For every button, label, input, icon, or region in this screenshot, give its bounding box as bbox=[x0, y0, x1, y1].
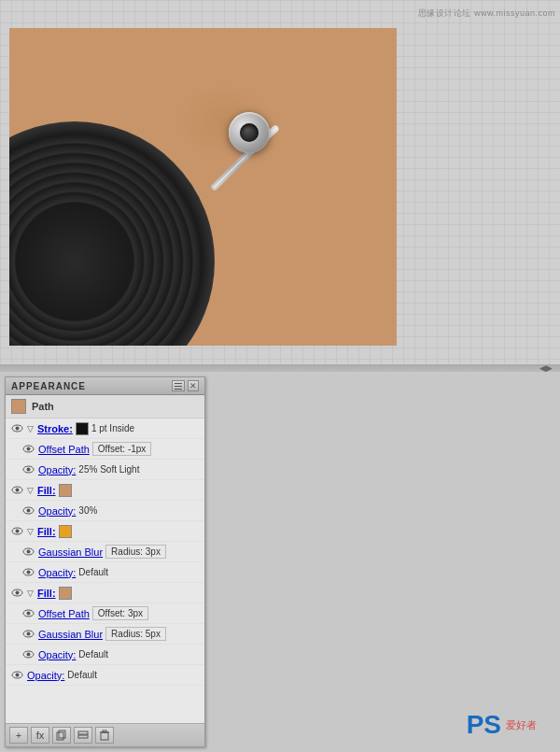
svg-rect-28 bbox=[78, 731, 88, 734]
opacity-4-value: Default bbox=[78, 649, 108, 660]
eye-icon-offset2[interactable] bbox=[21, 607, 35, 620]
path-color-swatch[interactable] bbox=[11, 399, 26, 414]
opacity-2-label[interactable]: Opacity: bbox=[38, 505, 76, 517]
gaussian-1-value: Radius: 3px bbox=[105, 545, 166, 559]
offset-path-1-label[interactable]: Offset Path bbox=[38, 444, 90, 455]
copy-button[interactable] bbox=[52, 727, 71, 744]
tonearm bbox=[196, 103, 364, 215]
svg-point-1 bbox=[15, 427, 19, 431]
panel-content[interactable]: ▽ Stroke: 1 pt Inside Offset Path Offset… bbox=[6, 419, 204, 723]
vinyl-record bbox=[9, 121, 215, 346]
svg-point-11 bbox=[15, 530, 19, 533]
fill-1-label[interactable]: Fill: bbox=[37, 485, 56, 496]
stroke-color-swatch[interactable] bbox=[76, 422, 89, 435]
svg-rect-29 bbox=[78, 735, 88, 738]
layers-button[interactable] bbox=[74, 727, 92, 744]
eye-icon-opacity4[interactable] bbox=[21, 648, 35, 661]
opacity-3-label[interactable]: Opacity: bbox=[38, 567, 76, 578]
offset-path-row-1: Offset Path Offset: -1px bbox=[6, 439, 204, 460]
svg-point-7 bbox=[15, 489, 19, 492]
ps-subtitle: 爱好者 bbox=[506, 718, 537, 732]
fx-button[interactable]: fx bbox=[31, 727, 49, 744]
svg-rect-26 bbox=[57, 732, 63, 740]
path-header: Path bbox=[6, 395, 204, 419]
opacity-4-content: Opacity: Default bbox=[38, 649, 201, 660]
bottom-right-area: PS 爱好者 bbox=[210, 376, 555, 747]
watermark: 思缘设计论坛 www.missyuan.com bbox=[418, 7, 555, 20]
fill-row-3: ▽ Fill: bbox=[6, 583, 204, 603]
offset-path-2-label[interactable]: Offset Path bbox=[38, 608, 90, 619]
offset-path-2-value: Offset: 3px bbox=[92, 606, 148, 620]
svg-point-9 bbox=[26, 509, 30, 513]
fill-1-swatch[interactable] bbox=[59, 484, 72, 497]
eye-icon-stroke[interactable] bbox=[9, 422, 24, 435]
divider-bar: ◀▶ bbox=[0, 364, 560, 372]
stroke-row: ▽ Stroke: 1 pt Inside bbox=[6, 419, 204, 439]
opacity-1-content: Opacity: 25% Soft Light bbox=[38, 464, 201, 475]
canvas-area: 思缘设计论坛 www.missyuan.com bbox=[0, 0, 560, 364]
eye-icon-fill3[interactable] bbox=[9, 587, 24, 600]
gaussian-2-content: Gaussian Blur Radius: 5px bbox=[38, 627, 201, 641]
eye-icon-opacity3[interactable] bbox=[21, 566, 35, 579]
opacity-4-label[interactable]: Opacity: bbox=[38, 649, 76, 660]
panel-close-button[interactable]: ✕ bbox=[188, 380, 199, 391]
panel-titlebar: APPEARANCE ✕ bbox=[6, 377, 204, 395]
fill-1-toggle[interactable]: ▽ bbox=[27, 486, 34, 495]
svg-point-13 bbox=[26, 550, 30, 554]
offset-path-2-content: Offset Path Offset: 3px bbox=[38, 606, 201, 620]
fill-2-toggle[interactable]: ▽ bbox=[27, 527, 34, 536]
gaussian-2-value: Radius: 5px bbox=[105, 627, 166, 641]
svg-point-15 bbox=[26, 571, 30, 575]
eye-icon-opacity2[interactable] bbox=[21, 504, 35, 518]
fill-2-content: ▽ Fill: bbox=[27, 525, 201, 538]
opacity-2-content: Opacity: 30% bbox=[38, 505, 201, 517]
svg-point-25 bbox=[15, 674, 19, 677]
eye-icon-fill2[interactable] bbox=[9, 525, 24, 538]
panel-menu-button[interactable] bbox=[172, 380, 185, 391]
eye-icon-opacity1[interactable] bbox=[21, 463, 35, 476]
offset-path-row-2: Offset Path Offset: 3px bbox=[6, 603, 204, 624]
trash-button[interactable] bbox=[95, 727, 114, 744]
eye-icon-opacity5[interactable] bbox=[9, 669, 24, 682]
opacity-row-2: Opacity: 30% bbox=[6, 501, 204, 521]
fill-2-swatch[interactable] bbox=[59, 525, 72, 538]
opacity-row-1: Opacity: 25% Soft Light bbox=[6, 460, 204, 480]
gaussian-1-label[interactable]: Gaussian Blur bbox=[38, 546, 103, 558]
stroke-toggle-arrow[interactable]: ▽ bbox=[27, 424, 34, 433]
opacity-3-value: Default bbox=[78, 567, 108, 577]
add-new-button[interactable]: + bbox=[9, 727, 28, 744]
gaussian-blur-row-1: Gaussian Blur Radius: 3px bbox=[6, 542, 204, 562]
offset-path-1-content: Offset Path Offset: -1px bbox=[38, 442, 201, 456]
fill-3-toggle[interactable]: ▽ bbox=[27, 589, 34, 598]
eye-icon-offset1[interactable] bbox=[21, 443, 35, 456]
opacity-5-value: Default bbox=[67, 670, 97, 680]
fill-row-2: ▽ Fill: bbox=[6, 521, 204, 542]
stroke-label[interactable]: Stroke: bbox=[37, 423, 73, 434]
gaussian-2-label[interactable]: Gaussian Blur bbox=[38, 629, 103, 640]
eye-icon-gaussian1[interactable] bbox=[21, 546, 35, 559]
opacity-5-content: Opacity: Default bbox=[27, 670, 201, 681]
ps-logo-area: PS 爱好者 bbox=[467, 712, 537, 738]
fill-1-content: ▽ Fill: bbox=[27, 484, 201, 497]
eye-icon-gaussian2[interactable] bbox=[21, 628, 35, 641]
svg-rect-30 bbox=[101, 732, 108, 740]
offset-path-1-value: Offset: -1px bbox=[92, 442, 152, 456]
stroke-value: 1 pt Inside bbox=[91, 423, 134, 433]
fill-3-label[interactable]: Fill: bbox=[37, 588, 56, 599]
stroke-row-content: ▽ Stroke: 1 pt Inside bbox=[27, 422, 201, 435]
opacity-5-label[interactable]: Opacity: bbox=[27, 670, 64, 681]
opacity-3-content: Opacity: Default bbox=[38, 567, 201, 578]
ps-logo: PS bbox=[467, 712, 501, 738]
gaussian-blur-row-2: Gaussian Blur Radius: 5px bbox=[6, 624, 204, 645]
eye-icon-fill1[interactable] bbox=[9, 484, 24, 497]
fill-2-label[interactable]: Fill: bbox=[37, 526, 56, 537]
svg-point-23 bbox=[26, 653, 30, 657]
artwork-canvas bbox=[9, 28, 397, 346]
bottom-panel: APPEARANCE ✕ Path bbox=[0, 372, 560, 752]
fill-3-swatch[interactable] bbox=[59, 587, 72, 600]
opacity-1-value: 25% Soft Light bbox=[78, 464, 139, 475]
opacity-1-label[interactable]: Opacity: bbox=[38, 464, 76, 475]
divider-arrows: ◀▶ bbox=[539, 363, 553, 373]
svg-point-21 bbox=[26, 632, 30, 636]
svg-point-5 bbox=[26, 468, 30, 472]
